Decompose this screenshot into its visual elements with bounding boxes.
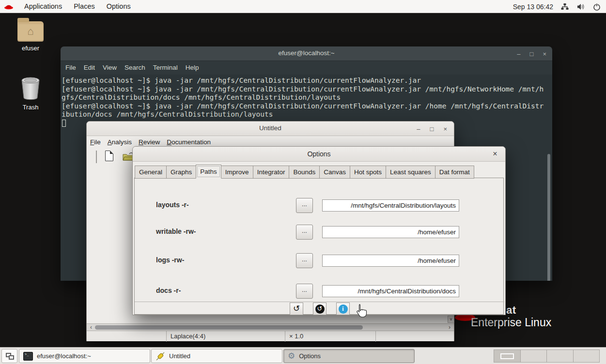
path-input-layouts[interactable] <box>322 199 459 212</box>
path-label-docs: docs -r- <box>156 287 181 294</box>
terminal-cursor <box>62 120 66 127</box>
taskbar-button-label: Untitled <box>169 352 190 360</box>
terminal-titlebar[interactable]: efuser@localhost:~ – □ × <box>61 46 552 61</box>
footer-separator <box>135 302 504 302</box>
menu-options[interactable]: Options <box>101 0 137 13</box>
desktop-icon-home[interactable]: ⌂ efuser <box>14 17 47 52</box>
browse-button-writable[interactable]: ... <box>296 225 313 240</box>
tab-bounds[interactable]: Bounds <box>289 166 320 179</box>
tab-graphs[interactable]: Graphs <box>166 166 196 179</box>
path-row-docs: docs -r- ... <box>135 281 504 302</box>
network-icon[interactable] <box>560 2 569 11</box>
workspace-3[interactable] <box>546 349 574 363</box>
scroll-right-icon[interactable]: › <box>446 324 453 331</box>
browse-button-docs[interactable]: ... <box>296 284 313 299</box>
terminal-app-icon: >_ <box>23 352 33 361</box>
options-dialog: Options × General Graphs Paths Improve I… <box>132 146 506 315</box>
redo-icon: ↺ <box>315 304 325 314</box>
desktop-icon-label: Trash <box>14 104 47 111</box>
clock[interactable]: Sep 13 06:42 <box>513 3 553 11</box>
taskbar-button-options[interactable]: ⚙ Options <box>283 349 415 363</box>
menu-applications[interactable]: Applications <box>18 0 68 13</box>
tab-least-squares[interactable]: Least squares <box>386 166 435 179</box>
path-input-writable[interactable] <box>322 226 459 238</box>
path-label-writable: writable -rw- <box>156 228 196 235</box>
help-button[interactable]: i <box>336 303 350 315</box>
terminal-close-button[interactable]: × <box>543 51 546 57</box>
horizontal-scrollbar[interactable]: ‹ › <box>87 323 454 331</box>
app-menu-analysis[interactable]: Analysis <box>104 136 135 149</box>
statusbar-transform: Laplace(4:4) <box>167 331 285 342</box>
terminal-scrollbar[interactable] <box>547 154 550 281</box>
path-input-docs[interactable] <box>322 285 459 297</box>
top-panel: Applications Places Options Sep 13 06:42 <box>0 0 606 13</box>
taskbar-button-terminal[interactable]: >_ efuser@localhost:~ <box>19 349 150 363</box>
tab-integrator[interactable]: Integrator <box>253 166 290 179</box>
terminal-menubar: File Edit View Search Terminal Help <box>61 61 552 75</box>
vertical-scroll-down-button[interactable]: ∨ <box>448 316 454 323</box>
terminal-title: efuser@localhost:~ <box>61 49 552 57</box>
tab-hot-spots[interactable]: Hot spots <box>350 166 386 179</box>
tab-improve[interactable]: Improve <box>221 166 253 179</box>
workspace-window-preview <box>500 353 514 359</box>
workspace-switcher <box>494 349 602 363</box>
taskbar-button-label: efuser@localhost:~ <box>37 352 91 360</box>
browse-button-layouts[interactable]: ... <box>296 198 313 213</box>
dialog-titlebar[interactable]: Options × <box>133 147 505 162</box>
show-desktop-button[interactable] <box>1 349 17 363</box>
volume-icon[interactable] <box>576 2 585 11</box>
apply-button[interactable]: ↺ <box>313 303 326 315</box>
taskbar-button-untitled[interactable]: Untitled <box>151 349 282 363</box>
taskbar: >_ efuser@localhost:~ Untitled ⚙ Options <box>0 347 606 364</box>
distro-menu-icon[interactable] <box>4 3 14 10</box>
taskbar-button-label: Options <box>299 352 321 360</box>
terminal-menu-edit[interactable]: Edit <box>80 61 99 75</box>
dialog-close-button[interactable]: × <box>491 150 499 158</box>
app-statusbar: Laplace(4:4) × 1.0 <box>87 331 454 341</box>
path-label-logs: logs -rw- <box>156 256 184 264</box>
terminal-menu-terminal[interactable]: Terminal <box>149 61 182 75</box>
terminal-line: gfs/CentralDistribution/docs /mnt/hgfs/C… <box>62 93 552 102</box>
app-titlebar[interactable]: Untitled – □ × <box>87 121 454 136</box>
tab-dat-format[interactable]: Dat format <box>435 166 474 179</box>
branding-line2: Enterprise Linux <box>471 316 551 329</box>
dialog-tabbar: General Graphs Paths Improve Integrator … <box>135 165 474 179</box>
home-folder-icon: ⌂ <box>17 21 44 42</box>
app-title: Untitled <box>87 124 454 132</box>
workspace-1[interactable] <box>494 349 521 363</box>
terminal-minimize-button[interactable]: – <box>517 51 520 57</box>
info-icon: i <box>339 304 348 314</box>
scrollbar-thumb[interactable] <box>95 325 363 330</box>
app-minimize-button[interactable]: – <box>417 126 420 132</box>
app-close-button[interactable]: × <box>443 126 447 132</box>
scroll-left-icon[interactable]: ‹ <box>88 324 94 331</box>
browse-button-logs[interactable]: ... <box>296 253 313 268</box>
menu-places[interactable]: Places <box>68 0 101 13</box>
workspace-2[interactable] <box>520 349 547 363</box>
terminal-line: [efuser@localhost ~]$ java -jar /mnt/hgf… <box>62 76 552 85</box>
path-row-writable: writable -rw- ... <box>135 222 504 243</box>
terminal-line: [efuser@localhost ~]$ java -jar /mnt/hgf… <box>62 102 552 111</box>
tab-paths[interactable]: Paths <box>196 165 221 179</box>
workspace-4[interactable] <box>573 349 600 363</box>
desktop-icon-label: efuser <box>14 45 47 52</box>
desktop-icon-trash[interactable]: Trash <box>14 76 47 111</box>
terminal-menu-help[interactable]: Help <box>182 61 203 75</box>
gear-icon: ⚙ <box>288 352 295 360</box>
terminal-menu-search[interactable]: Search <box>121 61 149 75</box>
app-menu-file[interactable]: File <box>87 136 104 149</box>
path-row-logs: logs -rw- ... <box>135 250 504 272</box>
tab-general[interactable]: General <box>135 166 167 179</box>
reset-button[interactable]: ↺ <box>290 303 303 315</box>
terminal-menu-view[interactable]: View <box>99 61 121 75</box>
statusbar-zoom: × 1.0 <box>285 331 376 342</box>
power-icon[interactable] <box>592 2 601 11</box>
path-input-logs[interactable] <box>322 255 459 267</box>
tab-canvas[interactable]: Canvas <box>319 166 350 179</box>
terminal-maximize-button[interactable]: □ <box>530 51 534 57</box>
component-app-icon <box>155 351 165 361</box>
app-maximize-button[interactable]: □ <box>430 126 434 132</box>
terminal-menu-file[interactable]: File <box>62 61 80 75</box>
statusbar-cell-empty <box>87 331 167 342</box>
new-document-icon[interactable] <box>105 151 113 161</box>
